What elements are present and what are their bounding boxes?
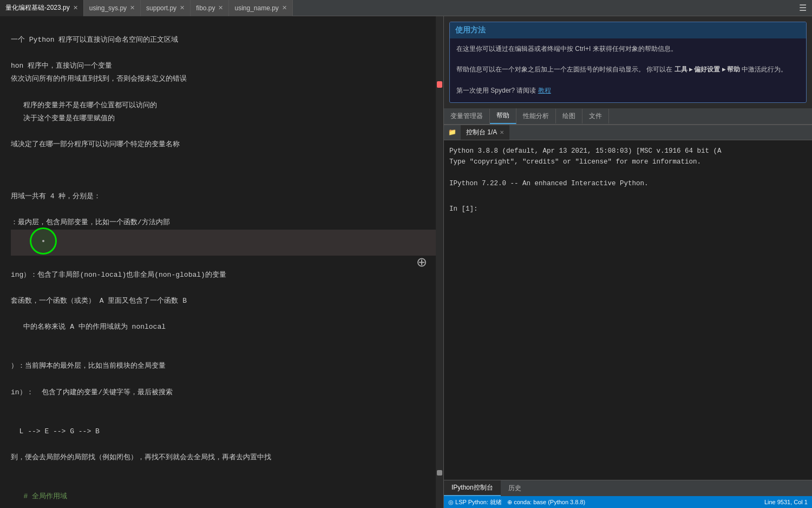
tab-label-3: fibo.py xyxy=(196,4,215,12)
right-panel: 使用方法 在这里你可以通过在编辑器或者终端中按 Ctrl+I 来获得任何对象的帮… xyxy=(444,16,812,508)
console-line-3 xyxy=(449,167,807,178)
help-popup-text: 在这里你可以通过在编辑器或者终端中按 Ctrl+I 来获得任何对象的帮助信息。 … xyxy=(456,44,800,96)
tab-variable-manager[interactable]: 变量管理器 xyxy=(444,109,490,123)
cursor-indicator xyxy=(30,227,57,255)
tab-files[interactable]: 文件 xyxy=(582,109,609,123)
main-area: 一个 Python 程序可以直接访问命名空间的正文区域 hon 程序中，直接访问… xyxy=(0,16,812,508)
editor-line xyxy=(11,347,443,360)
tab-file-3[interactable]: fibo.py ✕ xyxy=(191,0,229,16)
console-tab-row: 📁 控制台 1/A ✕ xyxy=(444,125,812,140)
editor-line: # 全局作用域 xyxy=(11,490,443,503)
editor-line xyxy=(11,21,443,34)
editor-line: ：最内层，包含局部变量，比如一个函数/方法内部 xyxy=(11,216,443,229)
console-folder-icon[interactable]: 📁 xyxy=(444,126,461,139)
tab-close-0[interactable]: ✕ xyxy=(73,4,78,11)
console-prompt[interactable]: In [1]: xyxy=(449,205,807,213)
help-para-2: 帮助信息可以在一个对象之后加上一个左圆括号的时候自动显示。 你可以在 工具 ▸ … xyxy=(456,64,800,75)
tab-close-4[interactable]: ✕ xyxy=(282,4,287,11)
lsp-status: ◎ LSP Python: 就绪 xyxy=(448,498,502,506)
editor-line xyxy=(11,464,443,477)
editor-pane: 一个 Python 程序可以直接访问命名空间的正文区域 hon 程序中，直接访问… xyxy=(0,16,444,508)
editor-text: 一个 Python 程序可以直接访问命名空间的正文区域 hon 程序中，直接访问… xyxy=(0,21,443,508)
editor-line: 域决定了在哪一部分程序可以访问哪个特定的变量名称 xyxy=(11,138,443,151)
editor-line xyxy=(11,86,443,99)
tab-history[interactable]: 历史 xyxy=(501,481,529,496)
tab-label-2: support.py xyxy=(146,4,176,12)
editor-line: 套函数，一个函数（或类） A 里面又包含了一个函数 B xyxy=(11,295,443,308)
help-tutorial: 第一次使用 Spyder? 请阅读 教程 xyxy=(456,86,800,96)
editor-line xyxy=(11,282,443,295)
tab-ipython-console[interactable]: IPython控制台 xyxy=(444,480,501,496)
scroll-thumb xyxy=(437,81,442,88)
help-popup: 使用方法 在这里你可以通过在编辑器或者终端中按 Ctrl+I 来获得任何对象的帮… xyxy=(449,22,807,103)
editor-line xyxy=(11,438,443,451)
status-right: Line 9531, Col 1 xyxy=(764,499,808,505)
editor-line xyxy=(11,308,443,321)
editor-line xyxy=(11,503,443,508)
console-tab-label: 控制台 1/A xyxy=(466,128,497,137)
status-bar: ◎ LSP Python: 就绪 ⊕ conda: base (Python 3… xyxy=(444,496,812,508)
status-left: ◎ LSP Python: 就绪 ⊕ conda: base (Python 3… xyxy=(448,498,585,506)
tab-label-1: using_sys.py xyxy=(89,4,127,12)
help-para-1: 在这里你可以通过在编辑器或者终端中按 Ctrl+I 来获得任何对象的帮助信息。 xyxy=(456,44,800,54)
editor-line xyxy=(11,151,443,164)
editor-line: 用域一共有 4 种，分别是： xyxy=(11,190,443,203)
tab-help[interactable]: 帮助 xyxy=(490,108,516,124)
console-line-1: Python 3.8.8 (default, Apr 13 2021, 15:0… xyxy=(449,146,807,157)
tab-close-3[interactable]: ✕ xyxy=(218,4,223,11)
right-tab-row: 变量管理器 帮助 性能分析 绘图 文件 xyxy=(444,108,812,125)
editor-line xyxy=(11,399,443,412)
editor-line xyxy=(11,177,443,190)
editor-line: L --> E --> G --> B xyxy=(11,425,443,438)
tab-performance[interactable]: 性能分析 xyxy=(516,109,556,123)
editor-line: ing）：包含了非局部(non-local)也非全局(non-global)的变… xyxy=(11,269,443,282)
editor-line: ）：当前脚本的最外层，比如当前模块的全局变量 xyxy=(11,360,443,373)
tab-label-0: 量化编程基础-2023.py xyxy=(5,3,70,12)
editor-content[interactable]: 一个 Python 程序可以直接访问命名空间的正文区域 hon 程序中，直接访问… xyxy=(0,16,443,508)
editor-line xyxy=(11,373,443,386)
editor-line xyxy=(11,412,443,425)
editor-line xyxy=(11,47,443,60)
conda-status: ⊕ conda: base (Python 3.8.8) xyxy=(507,499,585,506)
editor-line xyxy=(11,164,443,177)
drag-handle-icon[interactable]: ⊕ xyxy=(416,255,427,270)
tab-file-0[interactable]: 量化编程基础-2023.py ✕ xyxy=(0,0,84,16)
tab-file-4[interactable]: using_name.py ✕ xyxy=(229,0,292,16)
help-popup-title: 使用方法 xyxy=(450,22,806,38)
editor-line: hon 程序中，直接访问一个变量 xyxy=(11,60,443,73)
editor-line xyxy=(11,477,443,490)
editor-line: 依次访问所有的作用域直到找到，否则会报未定义的错误 xyxy=(11,73,443,86)
cursor-dot xyxy=(42,240,44,242)
editor-line xyxy=(11,256,443,269)
tab-file-2[interactable]: support.py ✕ xyxy=(141,0,191,16)
console-output: Python 3.8.8 (default, Apr 13 2021, 15:0… xyxy=(449,146,807,200)
cursor-position: Line 9531, Col 1 xyxy=(764,499,808,505)
editor-line xyxy=(11,125,443,138)
editor-line: 一个 Python 程序可以直接访问命名空间的正文区域 xyxy=(11,34,443,47)
editor-line: 到，便会去局部外的局部找（例如闭包），再找不到就会去全局找，再者去内置中找 xyxy=(11,451,443,464)
tab-close-2[interactable]: ✕ xyxy=(180,4,185,11)
console-line-2: Type "copyright", "credits" or "license"… xyxy=(449,157,807,167)
console-area[interactable]: Python 3.8.8 (default, Apr 13 2021, 15:0… xyxy=(444,140,812,480)
editor-line xyxy=(11,203,443,216)
bottom-tab-row: IPython控制台 历史 xyxy=(444,480,812,496)
editor-line xyxy=(11,334,443,347)
console-tab-0[interactable]: 控制台 1/A ✕ xyxy=(461,125,509,140)
console-line-4: IPython 7.22.0 -- An enhanced Interactiv… xyxy=(449,178,807,189)
tab-menu-button[interactable]: ☰ xyxy=(794,3,812,13)
editor-line: 决于这个变量是在哪里赋值的 xyxy=(11,112,443,125)
scroll-thumb-bottom xyxy=(437,470,442,476)
console-line-5 xyxy=(449,189,807,200)
tab-label-4: using_name.py xyxy=(234,4,278,12)
editor-line: 程序的变量并不是在哪个位置都可以访问的 xyxy=(11,99,443,112)
tutorial-link[interactable]: 教程 xyxy=(538,87,551,94)
tab-close-1[interactable]: ✕ xyxy=(130,4,135,11)
editor-scrollbar[interactable] xyxy=(436,16,443,508)
editor-line: in）： 包含了内建的变量/关键字等，最后被搜索 xyxy=(11,386,443,399)
tab-file-1[interactable]: using_sys.py ✕ xyxy=(84,0,141,16)
editor-line: 中的名称来说 A 中的作用域就为 nonlocal xyxy=(11,321,443,334)
tab-plots[interactable]: 绘图 xyxy=(556,109,582,123)
tab-bar: 量化编程基础-2023.py ✕ using_sys.py ✕ support.… xyxy=(0,0,812,16)
editor-line xyxy=(11,243,443,256)
console-tab-close[interactable]: ✕ xyxy=(500,129,504,135)
